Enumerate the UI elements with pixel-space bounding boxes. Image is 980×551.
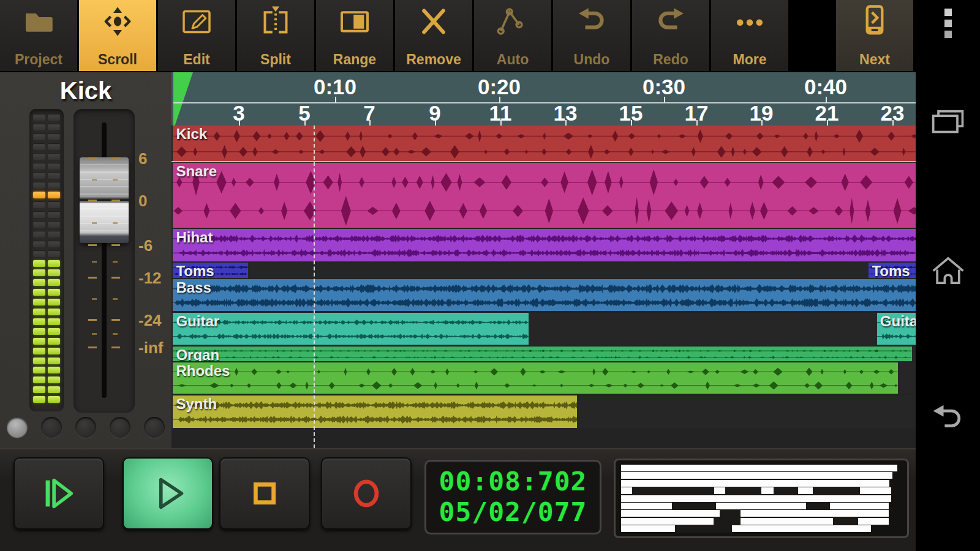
ruler-time-label: 0:20 [478,75,521,99]
pattern-row-4 [621,487,891,494]
audio-clip-toms-1[interactable]: Toms [173,263,248,278]
audio-clip-hihat-1[interactable]: Hihat [173,229,916,261]
audio-clip-toms-2[interactable]: Toms [869,263,916,278]
meter-led-row [33,338,60,345]
meter-led-row [33,289,60,296]
meter-led-row [33,124,60,130]
pattern-row-9 [621,525,871,532]
track-row-toms: TomsToms [172,263,916,278]
toolbar-button-split[interactable]: Split [237,0,314,71]
toolbar-button-more[interactable]: More [711,0,788,71]
track-row-synth: Synth [172,395,916,428]
home-button[interactable] [916,254,980,289]
pattern-row-6 [621,503,889,509]
toolbar-button-scroll[interactable]: Scroll [79,0,156,71]
record-button[interactable] [321,457,412,530]
stop-icon [243,471,287,515]
track-row-rhodes: Rhodes [172,362,916,394]
track-inspector: Kick 60-6-12-24-inf [0,72,172,448]
channel-knob-2[interactable] [41,417,62,438]
clip-label: Toms [176,263,214,278]
meter-led-row [33,153,60,160]
audio-clip-organ-1[interactable]: Organ [173,347,911,361]
menu-button[interactable] [916,7,980,44]
meter-led-row [33,396,60,403]
audio-clip-rhodes-1[interactable]: Rhodes [173,362,897,394]
stop-button[interactable] [219,457,310,530]
track-row-snare: Snare [172,163,916,228]
meter-led-row [33,377,60,383]
ruler-time-label: 0:40 [804,75,847,99]
toolbar-button-project[interactable]: Project [0,0,77,71]
clip-label: Rhodes [176,362,230,380]
db-label: 6 [138,149,175,168]
db-label: 0 [138,192,175,211]
undo-icon [575,4,609,39]
channel-knob-3[interactable] [75,417,96,438]
toolbar-button-undo[interactable]: Undo [553,0,630,71]
time-display-main: 00:08:702 [439,467,587,497]
auto-icon [496,4,530,39]
track-row-organ: Organ [172,347,916,361]
toolbar-button-auto[interactable]: Auto [474,0,551,71]
channel-knob-4[interactable] [110,417,130,438]
fader-knob[interactable] [80,157,129,243]
pattern-row-5 [621,495,891,502]
pattern-row-2 [621,472,892,479]
toolbar-button-remove[interactable]: Remove [395,0,472,71]
back-icon [930,401,967,433]
audio-clip-kick-1[interactable]: Kick [173,126,916,161]
play-button[interactable] [123,457,213,530]
split-icon [258,4,293,39]
playhead[interactable] [314,126,315,448]
audio-clip-guitar-2[interactable]: Guita [877,313,916,345]
audio-clip-bass-1[interactable]: Bass [173,279,916,311]
redo-icon [654,4,688,39]
android-nav-bar [916,0,980,551]
pattern-row-1 [621,465,897,471]
meter-led-row [33,182,60,189]
toolbar-button-edit[interactable]: Edit [158,0,235,71]
clip-label: Hihat [176,229,213,246]
toolbar-button-next[interactable]: Next [836,0,913,71]
audio-clip-guitar-1[interactable]: Guitar [173,313,529,345]
meter-led-row [33,309,60,315]
pattern-row-3 [621,480,889,487]
pattern-row-8 [621,518,889,525]
scroll-icon [100,4,135,39]
clip-label: Snare [176,163,217,180]
ruler-time-label: 0:10 [314,75,356,99]
next-icon [858,4,892,39]
recents-button[interactable] [916,109,980,139]
meter-led-row [33,269,60,276]
time-display-bars: 05/02/077 [439,497,587,528]
level-meter [29,109,64,411]
toolbar-button-redo[interactable]: Redo [632,0,709,71]
volume-fader[interactable] [74,109,135,413]
meter-led-row [33,328,60,335]
meter-led-row [33,143,60,150]
meter-led-row [33,279,60,286]
play-from-start-button[interactable] [13,457,104,530]
folder-icon [21,4,56,39]
audio-clip-synth-1[interactable]: Synth [173,395,577,428]
audio-clip-snare-1[interactable]: Snare [173,163,916,228]
playstart-icon [37,471,81,515]
time-ruler[interactable]: 0:100:200:300:40357911131517192123 [172,72,916,126]
meter-led-row [33,386,60,393]
meter-led-row [33,201,60,208]
back-button[interactable] [916,401,980,436]
channel-knob-1[interactable] [7,417,28,438]
meter-led-row [33,133,60,140]
track-row-bass: Bass [172,279,916,311]
menu-dots-icon [942,7,954,42]
toolbar-button-range[interactable]: Range [316,0,393,71]
pattern-overview [614,459,909,538]
meter-led-row [33,367,60,373]
selected-track-divider [172,161,916,162]
recents-icon [930,109,967,137]
loop-start-marker[interactable] [173,72,193,126]
time-display: 00:08:702 05/02/077 [424,460,601,534]
channel-knob-5[interactable] [144,417,165,438]
ruler-time-label: 0:30 [643,75,685,99]
